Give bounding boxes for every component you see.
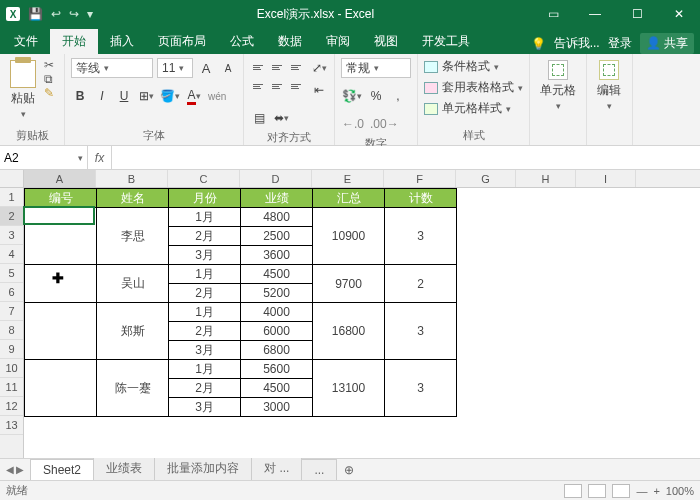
zoom-plus[interactable]: +: [653, 485, 659, 497]
number-format-select[interactable]: 常规▾: [341, 58, 411, 78]
align-bottom-center[interactable]: [269, 77, 287, 95]
paste-button[interactable]: 粘贴 ▾: [6, 58, 40, 121]
row-header-2[interactable]: 2: [0, 207, 23, 226]
cell-month[interactable]: 1月: [169, 360, 241, 379]
tab-devtools[interactable]: 开发工具: [410, 29, 482, 54]
grow-font-button[interactable]: A: [197, 58, 215, 78]
row-header-6[interactable]: 6: [0, 283, 23, 302]
col-header-D[interactable]: D: [240, 170, 312, 187]
cell-perf[interactable]: 4800: [241, 208, 313, 227]
minimize-button[interactable]: —: [574, 0, 616, 28]
row-header-8[interactable]: 8: [0, 321, 23, 340]
cell-count[interactable]: 3: [385, 208, 457, 265]
edit-button[interactable]: 编辑▾: [593, 58, 625, 113]
share-button[interactable]: 👤 共享: [640, 33, 694, 54]
zoom-level[interactable]: 100%: [666, 485, 694, 497]
cell-perf[interactable]: 2500: [241, 227, 313, 246]
increase-decimal-button[interactable]: ←.0: [341, 114, 365, 134]
cell-month[interactable]: 2月: [169, 379, 241, 398]
cell-month[interactable]: 1月: [169, 208, 241, 227]
percent-button[interactable]: %: [367, 86, 385, 106]
row-header-10[interactable]: 10: [0, 359, 23, 378]
conditional-format-button[interactable]: 条件格式▾: [424, 58, 499, 75]
cell-name[interactable]: 郑斯: [97, 303, 169, 360]
font-color-button[interactable]: A▾: [185, 86, 203, 106]
cell-sum[interactable]: 16800: [313, 303, 385, 360]
tellme-link[interactable]: 告诉我...: [554, 35, 600, 52]
cell-month[interactable]: 2月: [169, 284, 241, 303]
row-header-4[interactable]: 4: [0, 245, 23, 264]
align-bottom-right[interactable]: [288, 77, 306, 95]
align-top-center[interactable]: [269, 58, 287, 76]
cell-perf[interactable]: 4500: [241, 265, 313, 284]
sheet-tab[interactable]: 批量添加内容: [154, 456, 252, 480]
cell-id[interactable]: [25, 303, 97, 360]
sheet-overflow[interactable]: ...: [301, 459, 337, 480]
cell-perf[interactable]: 3600: [241, 246, 313, 265]
row-header-13[interactable]: 13: [0, 416, 23, 435]
italic-button[interactable]: I: [93, 86, 111, 106]
sheet-tab[interactable]: 业绩表: [93, 456, 155, 480]
indent-dec-button[interactable]: ⇤: [310, 80, 328, 100]
cell-count[interactable]: 2: [385, 265, 457, 303]
font-size-select[interactable]: 11▾: [157, 58, 193, 78]
cut-button[interactable]: [44, 58, 58, 70]
cell-perf[interactable]: 6800: [241, 341, 313, 360]
bold-button[interactable]: B: [71, 86, 89, 106]
cells-button[interactable]: 单元格▾: [536, 58, 580, 113]
formula-input[interactable]: [116, 151, 696, 165]
tab-formula[interactable]: 公式: [218, 29, 266, 54]
col-header-A[interactable]: A: [24, 170, 96, 187]
tab-file[interactable]: 文件: [2, 29, 50, 54]
qat-more-icon[interactable]: ▾: [87, 7, 93, 21]
cells-viewport[interactable]: 编号姓名月份业绩汇总计数李思1月48001090032月25003月3600吴山…: [24, 188, 700, 458]
cell-perf[interactable]: 6000: [241, 322, 313, 341]
cell-sum[interactable]: 9700: [313, 265, 385, 303]
col-header-G[interactable]: G: [456, 170, 516, 187]
cell-month[interactable]: 2月: [169, 322, 241, 341]
header-cell[interactable]: 计数: [385, 189, 457, 208]
cell-month[interactable]: 2月: [169, 227, 241, 246]
row-header-7[interactable]: 7: [0, 302, 23, 321]
table-format-button[interactable]: 套用表格格式▾: [424, 79, 523, 96]
close-button[interactable]: ✕: [658, 0, 700, 28]
cell-id[interactable]: [25, 265, 97, 303]
login-link[interactable]: 登录: [608, 35, 632, 52]
copy-button[interactable]: [44, 72, 58, 84]
cell-perf[interactable]: 5600: [241, 360, 313, 379]
currency-button[interactable]: 💱▾: [341, 86, 363, 106]
col-header-H[interactable]: H: [516, 170, 576, 187]
border-button[interactable]: ⊞▾: [137, 86, 155, 106]
header-cell[interactable]: 月份: [169, 189, 241, 208]
fill-color-button[interactable]: 🪣▾: [159, 86, 181, 106]
sheet-nav[interactable]: ◀▶: [0, 464, 30, 475]
sheet-tab[interactable]: Sheet2: [30, 459, 94, 480]
cell-count[interactable]: 3: [385, 303, 457, 360]
shrink-font-button[interactable]: A: [219, 58, 237, 78]
tab-insert[interactable]: 插入: [98, 29, 146, 54]
cell-name[interactable]: 李思: [97, 208, 169, 265]
col-header-I[interactable]: I: [576, 170, 636, 187]
col-header-E[interactable]: E: [312, 170, 384, 187]
decrease-decimal-button[interactable]: .00→: [369, 114, 400, 134]
row-header-11[interactable]: 11: [0, 378, 23, 397]
comma-button[interactable]: ,: [389, 86, 407, 106]
undo-button[interactable]: ↩: [51, 7, 61, 21]
cell-month[interactable]: 1月: [169, 303, 241, 322]
cell-id[interactable]: [25, 360, 97, 417]
header-cell[interactable]: 姓名: [97, 189, 169, 208]
row-header-1[interactable]: 1: [0, 188, 23, 207]
maximize-button[interactable]: ☐: [616, 0, 658, 28]
col-header-C[interactable]: C: [168, 170, 240, 187]
col-header-B[interactable]: B: [96, 170, 168, 187]
cell-perf[interactable]: 4000: [241, 303, 313, 322]
add-sheet-button[interactable]: ⊕: [336, 460, 362, 480]
cell-month[interactable]: 3月: [169, 398, 241, 417]
view-layout-button[interactable]: [588, 484, 606, 498]
header-cell[interactable]: 编号: [25, 189, 97, 208]
align-top-left[interactable]: [250, 58, 268, 76]
underline-button[interactable]: U: [115, 86, 133, 106]
cell-month[interactable]: 3月: [169, 341, 241, 360]
redo-button[interactable]: ↪: [69, 7, 79, 21]
cell-count[interactable]: 3: [385, 360, 457, 417]
